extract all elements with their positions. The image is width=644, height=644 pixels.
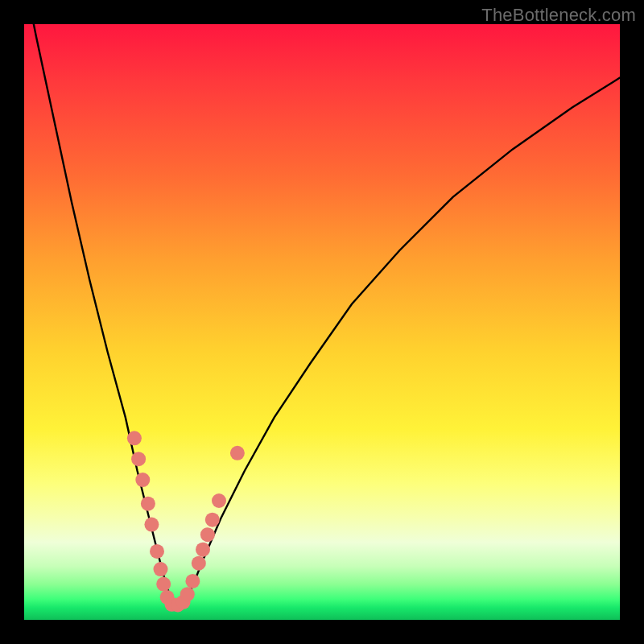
curve-markers (127, 431, 245, 612)
curve-marker (127, 431, 142, 445)
curve-marker (200, 527, 215, 542)
chart-frame: TheBottleneck.com (0, 0, 644, 644)
curve-marker (144, 518, 159, 532)
curve-marker (156, 577, 171, 592)
curve-marker (150, 544, 164, 559)
curve-marker (141, 497, 155, 511)
curve-marker (180, 587, 195, 601)
curve-marker (196, 543, 210, 557)
bottleneck-curve (24, 0, 620, 605)
plot-area (24, 24, 620, 620)
curve-marker (185, 574, 200, 588)
curve-marker (212, 493, 226, 508)
curve-marker (192, 556, 206, 571)
curve-marker (154, 562, 168, 576)
curve-marker (205, 513, 220, 527)
watermark-text: TheBottleneck.com (481, 5, 636, 26)
curve-marker (135, 473, 150, 487)
curve-marker (131, 452, 146, 466)
curve-marker (230, 446, 245, 460)
chart-svg (24, 24, 620, 620)
